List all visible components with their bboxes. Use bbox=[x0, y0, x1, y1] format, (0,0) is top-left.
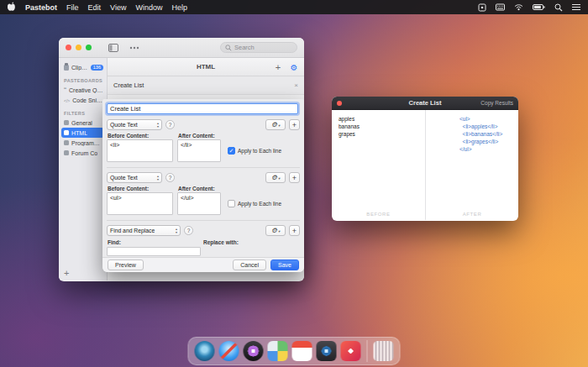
before-content-input[interactable]: <ul> bbox=[107, 192, 173, 215]
before-content-label: Before Content: bbox=[108, 133, 178, 139]
close-button[interactable] bbox=[66, 45, 71, 50]
list-pane-header: HTML + bbox=[108, 58, 304, 76]
after-content-input[interactable]: </ul> bbox=[177, 192, 221, 215]
maps-icon[interactable] bbox=[268, 341, 288, 361]
gear-icon bbox=[271, 227, 277, 234]
step-options-button[interactable] bbox=[265, 172, 286, 183]
notification-center-icon[interactable] bbox=[572, 3, 580, 11]
traffic-lights bbox=[66, 45, 92, 50]
after-line: <li>bananas</li> bbox=[459, 130, 518, 138]
filter-type-popup[interactable]: Quote Text bbox=[107, 119, 162, 130]
sidebar-item-programming[interactable]: Programming bbox=[59, 138, 107, 148]
after-line: <li>grapes</li> bbox=[459, 138, 518, 145]
filter-type-popup[interactable]: Quote Text bbox=[107, 172, 162, 183]
help-button[interactable]: ? bbox=[165, 120, 175, 129]
clipboard-icon bbox=[64, 65, 69, 71]
menu-view[interactable]: View bbox=[110, 3, 126, 12]
list-pane-title: HTML bbox=[197, 63, 215, 71]
help-button[interactable]: ? bbox=[184, 226, 193, 235]
app-menu[interactable]: Pastebot bbox=[25, 3, 57, 12]
find-label: Find: bbox=[108, 239, 203, 245]
zoom-button[interactable] bbox=[86, 45, 92, 50]
filters-section-title: FILTERS bbox=[64, 111, 107, 116]
before-line: grapes bbox=[339, 130, 425, 138]
after-line: <ul> bbox=[459, 115, 518, 123]
checkbox-icon bbox=[228, 147, 235, 155]
wifi-icon[interactable] bbox=[514, 3, 523, 11]
preview-window: Create List Copy Results apples bananas … bbox=[332, 97, 518, 221]
sidebar-toggle-button[interactable] bbox=[106, 41, 121, 54]
apple-menu[interactable] bbox=[8, 2, 16, 13]
preview-button[interactable]: Preview bbox=[108, 260, 144, 270]
find-input[interactable] bbox=[107, 247, 201, 256]
code-icon bbox=[64, 97, 70, 103]
apply-to-each-line-checkbox[interactable]: Apply to Each line bbox=[228, 200, 281, 207]
filter-name-input[interactable] bbox=[107, 103, 298, 114]
itunes-icon[interactable] bbox=[244, 341, 264, 361]
add-filter-button[interactable]: + bbox=[272, 61, 284, 73]
replace-with-label: Replace with: bbox=[203, 239, 239, 245]
menu-window[interactable]: Window bbox=[135, 3, 162, 12]
keyboard-icon[interactable] bbox=[496, 3, 505, 11]
after-content-input[interactable]: </li> bbox=[177, 139, 221, 162]
dock bbox=[188, 337, 401, 365]
copy-results-button[interactable]: Copy Results bbox=[480, 100, 513, 106]
battery-icon[interactable] bbox=[533, 3, 545, 11]
sidebar-item-creative-quotes[interactable]: Creative Quotes bbox=[59, 85, 107, 95]
calendar-icon[interactable] bbox=[292, 341, 312, 361]
photo-booth-icon[interactable] bbox=[317, 341, 337, 361]
filter-row-create-list[interactable]: Create List bbox=[108, 76, 304, 95]
add-step-button[interactable]: + bbox=[289, 225, 300, 236]
quote-icon bbox=[64, 87, 66, 93]
sidebar-item-code-snippets[interactable]: Code Snippets bbox=[59, 95, 107, 105]
cancel-button[interactable]: Cancel bbox=[233, 260, 266, 270]
help-button[interactable]: ? bbox=[165, 173, 175, 182]
before-content-input[interactable]: <li> bbox=[107, 139, 173, 162]
step-options-button[interactable] bbox=[265, 225, 286, 236]
remove-filter-icon[interactable] bbox=[294, 81, 298, 89]
menu-edit[interactable]: Edit bbox=[88, 3, 102, 12]
sidebar-item-forum-co[interactable]: Forum Co bbox=[59, 148, 107, 158]
add-step-button[interactable]: + bbox=[289, 172, 300, 183]
after-pane: <ul> <li>apples</li> <li>bananas</li> <l… bbox=[425, 110, 518, 220]
minimize-button[interactable] bbox=[76, 45, 81, 50]
pasteboards-section-title: PASTEBOARDS bbox=[64, 78, 107, 83]
music-icon[interactable] bbox=[341, 341, 361, 361]
add-pasteboard-button[interactable]: + bbox=[64, 268, 69, 278]
close-button[interactable] bbox=[337, 101, 342, 106]
ellipsis-icon bbox=[129, 46, 139, 50]
sidebar-item-clipboard[interactable]: Clipboard 136 bbox=[59, 62, 107, 72]
view-options-button[interactable] bbox=[127, 41, 142, 54]
before-content-label: Before Content: bbox=[108, 186, 178, 191]
before-line: bananas bbox=[339, 123, 425, 130]
filter-type-popup[interactable]: Find and Replace bbox=[107, 225, 181, 236]
step-options-button[interactable] bbox=[265, 119, 286, 130]
trash-icon[interactable] bbox=[374, 341, 394, 361]
filter-step-2-header: Quote Text ? + bbox=[107, 172, 300, 183]
add-step-button[interactable]: + bbox=[289, 119, 300, 130]
sheet-footer: Preview Cancel Save bbox=[102, 257, 304, 272]
sidebar: Clipboard 136 PASTEBOARDS Creative Quote… bbox=[59, 58, 108, 280]
desktop: Pastebot File Edit View Window Help bbox=[0, 0, 588, 367]
chevrons-icon bbox=[157, 175, 159, 180]
bartender-icon[interactable] bbox=[478, 3, 486, 12]
spotlight-icon[interactable] bbox=[554, 3, 563, 12]
filter-settings-button[interactable] bbox=[288, 61, 300, 73]
preview-title: Create List bbox=[409, 99, 442, 107]
safari-icon[interactable] bbox=[219, 341, 239, 361]
sidebar-item-html[interactable]: HTML bbox=[61, 128, 104, 138]
save-button[interactable]: Save bbox=[270, 260, 299, 270]
after-line: <li>apples</li> bbox=[459, 123, 518, 130]
search-field[interactable] bbox=[220, 42, 297, 53]
chevrons-icon bbox=[176, 228, 177, 233]
filter-icon bbox=[64, 120, 69, 125]
menu-help[interactable]: Help bbox=[171, 3, 187, 12]
before-pane: apples bananas grapes BEFORE bbox=[332, 110, 425, 220]
time-machine-icon[interactable] bbox=[195, 341, 215, 361]
menu-file[interactable]: File bbox=[66, 3, 79, 12]
after-content-label: After Content: bbox=[178, 133, 215, 139]
search-input[interactable] bbox=[234, 44, 292, 51]
gear-icon bbox=[271, 174, 277, 181]
sidebar-item-general[interactable]: General bbox=[59, 118, 107, 128]
apply-to-each-line-checkbox[interactable]: Apply to Each line bbox=[228, 147, 281, 155]
